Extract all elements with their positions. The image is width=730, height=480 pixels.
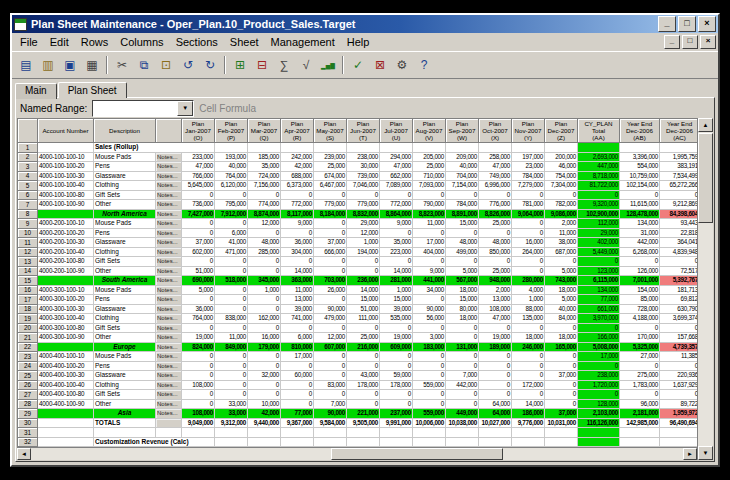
row-number[interactable]: 29 bbox=[18, 409, 38, 419]
value-cell[interactable]: 64,000 bbox=[479, 399, 512, 409]
value-cell[interactable]: 0 bbox=[215, 257, 248, 267]
value-cell[interactable]: 56,000 bbox=[413, 314, 446, 324]
notes-button[interactable]: Notes... bbox=[156, 238, 182, 248]
value-cell[interactable]: 0 bbox=[347, 361, 380, 371]
scroll-up-button[interactable]: ▲ bbox=[698, 118, 713, 132]
value-cell[interactable]: 838,000 bbox=[215, 314, 248, 324]
maximize-icon[interactable]: □ bbox=[678, 16, 696, 32]
value-cell[interactable]: 0 bbox=[215, 266, 248, 276]
value-cell[interactable]: 535,000 bbox=[380, 314, 413, 324]
value-cell[interactable]: 0 bbox=[347, 257, 380, 267]
notes-button[interactable]: Notes... bbox=[156, 323, 182, 333]
value-cell[interactable]: 0 bbox=[545, 380, 578, 390]
value-cell[interactable]: 37,000 bbox=[545, 371, 578, 381]
row-number[interactable]: 16 bbox=[18, 285, 38, 295]
value-cell[interactable]: 0 bbox=[446, 257, 479, 267]
tab-main[interactable]: Main bbox=[15, 83, 57, 99]
value-cell[interactable]: 5,000 bbox=[182, 285, 215, 295]
value-cell[interactable]: 0 bbox=[545, 399, 578, 409]
value-cell[interactable]: 0 bbox=[248, 380, 281, 390]
notes-button[interactable]: Notes... bbox=[156, 219, 182, 229]
value-cell[interactable]: 0 bbox=[380, 323, 413, 333]
value-cell[interactable]: 0 bbox=[512, 219, 545, 229]
value-cell[interactable]: 687,000 bbox=[545, 247, 578, 257]
value-cell[interactable]: 0 bbox=[512, 323, 545, 333]
notes-button[interactable]: Notes... bbox=[156, 409, 182, 419]
value-cell[interactable]: 19,000 bbox=[479, 333, 512, 343]
value-cell[interactable]: 84,000 bbox=[545, 314, 578, 324]
row-number[interactable]: 14 bbox=[18, 266, 38, 276]
value-cell[interactable]: 26,000 bbox=[314, 285, 347, 295]
value-cell[interactable]: 0 bbox=[281, 257, 314, 267]
horizontal-scrollbar[interactable]: ◄ ► bbox=[17, 447, 697, 460]
value-cell[interactable]: 13,000 bbox=[281, 295, 314, 305]
row-number[interactable]: 11 bbox=[18, 238, 38, 248]
value-cell[interactable]: 15,000 bbox=[446, 295, 479, 305]
value-cell[interactable]: 0 bbox=[248, 390, 281, 400]
value-cell[interactable]: 0 bbox=[512, 190, 545, 200]
value-cell[interactable]: 185,000 bbox=[248, 152, 281, 162]
value-cell[interactable]: 766,000 bbox=[182, 171, 215, 181]
value-cell[interactable]: 11,000 bbox=[281, 285, 314, 295]
value-cell[interactable]: 0 bbox=[248, 295, 281, 305]
value-cell[interactable]: 0 bbox=[215, 352, 248, 362]
value-cell[interactable]: 779,000 bbox=[347, 200, 380, 210]
toolbar-paste-button[interactable]: ⊡ bbox=[155, 54, 177, 76]
toolbar-delete-row-button[interactable]: ⊟ bbox=[251, 54, 273, 76]
value-cell[interactable]: 0 bbox=[314, 295, 347, 305]
value-cell[interactable]: 764,000 bbox=[182, 314, 215, 324]
notes-button[interactable]: Notes... bbox=[156, 266, 182, 276]
value-cell[interactable]: 11,000 bbox=[545, 228, 578, 238]
toolbar-redo-button[interactable]: ↻ bbox=[199, 54, 221, 76]
value-cell[interactable]: 7,000 bbox=[314, 399, 347, 409]
value-cell[interactable]: 0 bbox=[248, 257, 281, 267]
value-cell[interactable]: 48,000 bbox=[479, 238, 512, 248]
row-number[interactable]: 13 bbox=[18, 257, 38, 267]
notes-button[interactable]: Notes... bbox=[156, 152, 182, 162]
row-number[interactable]: 10 bbox=[18, 228, 38, 238]
value-cell[interactable]: 41,000 bbox=[215, 238, 248, 248]
value-cell[interactable]: 0 bbox=[281, 390, 314, 400]
value-cell[interactable]: 0 bbox=[314, 257, 347, 267]
notes-button[interactable]: Notes... bbox=[156, 257, 182, 267]
menu-item-file[interactable]: File bbox=[14, 35, 44, 49]
value-cell[interactable]: 194,000 bbox=[347, 247, 380, 257]
notes-button[interactable]: Notes... bbox=[156, 162, 182, 172]
value-cell[interactable]: 0 bbox=[215, 323, 248, 333]
col-header-m4[interactable]: PlanApr-2007(R) bbox=[281, 119, 314, 143]
value-cell[interactable]: 264,000 bbox=[512, 247, 545, 257]
value-cell[interactable]: 404,000 bbox=[413, 247, 446, 257]
value-cell[interactable]: 0 bbox=[545, 352, 578, 362]
value-cell[interactable]: 764,000 bbox=[215, 171, 248, 181]
horizontal-scroll-track[interactable] bbox=[31, 448, 683, 460]
value-cell[interactable]: 238,000 bbox=[347, 152, 380, 162]
value-cell[interactable]: 7,156,000 bbox=[248, 181, 281, 191]
value-cell[interactable]: 7,000 bbox=[446, 371, 479, 381]
notes-button[interactable]: Notes... bbox=[156, 380, 182, 390]
value-cell[interactable]: 0 bbox=[314, 323, 347, 333]
value-cell[interactable]: 0 bbox=[215, 219, 248, 229]
value-cell[interactable]: 0 bbox=[347, 390, 380, 400]
scroll-down-button[interactable]: ▼ bbox=[698, 446, 713, 460]
value-cell[interactable]: 0 bbox=[182, 295, 215, 305]
value-cell[interactable]: 47,000 bbox=[479, 162, 512, 172]
value-cell[interactable]: 0 bbox=[512, 352, 545, 362]
value-cell[interactable]: 18,000 bbox=[512, 333, 545, 343]
value-cell[interactable]: 0 bbox=[380, 190, 413, 200]
value-cell[interactable]: 0 bbox=[512, 371, 545, 381]
col-header-aa[interactable]: CY_PLANTotal(AA) bbox=[578, 119, 620, 143]
value-cell[interactable]: 15,000 bbox=[380, 295, 413, 305]
row-number[interactable]: 17 bbox=[18, 295, 38, 305]
value-cell[interactable]: 0 bbox=[413, 323, 446, 333]
col-header-ab[interactable]: Year EndDec-2006(AB) bbox=[620, 119, 660, 143]
value-cell[interactable]: 0 bbox=[248, 323, 281, 333]
horizontal-scroll-thumb[interactable] bbox=[331, 448, 503, 460]
notes-button[interactable]: Notes... bbox=[156, 333, 182, 343]
col-header-m2[interactable]: PlanFeb-2007(P) bbox=[215, 119, 248, 143]
value-cell[interactable]: 9,000 bbox=[281, 219, 314, 229]
value-cell[interactable]: 0 bbox=[479, 228, 512, 238]
close-icon[interactable]: × bbox=[698, 16, 716, 32]
value-cell[interactable]: 0 bbox=[248, 190, 281, 200]
value-cell[interactable]: 0 bbox=[413, 361, 446, 371]
menu-item-management[interactable]: Management bbox=[265, 35, 341, 49]
